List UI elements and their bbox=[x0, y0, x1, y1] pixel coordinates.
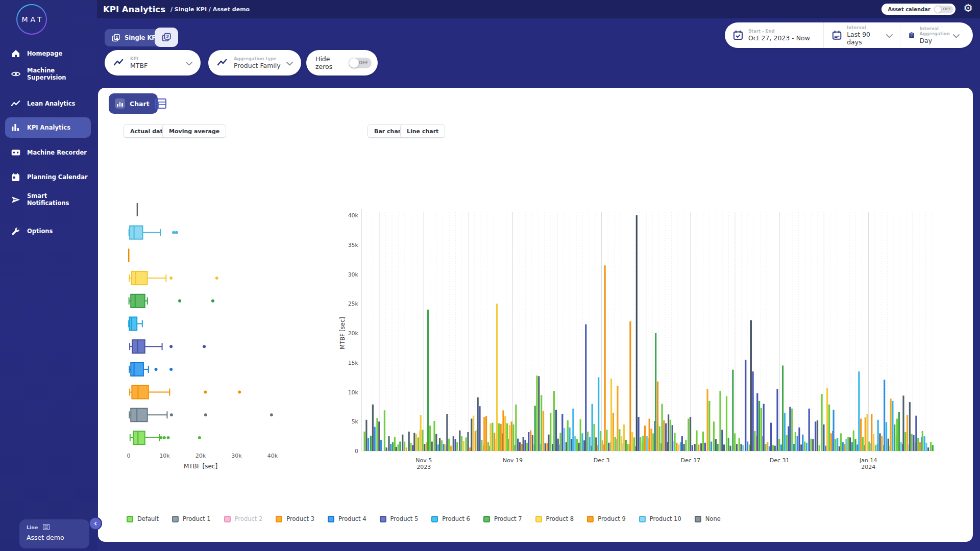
bar-chart-svg: 05k10k15k20k25k30k35k40kMTBF [sec]Nov 52… bbox=[338, 199, 940, 485]
svg-text:2: 2 bbox=[166, 34, 169, 39]
legend-item-p8[interactable]: Product 8 bbox=[535, 515, 574, 522]
kpi-select[interactable]: KPI MTBF bbox=[105, 50, 201, 76]
sidebar-item-homepage[interactable]: Homepage bbox=[0, 45, 97, 62]
legend-label: Product 1 bbox=[183, 515, 211, 522]
aggregation-select[interactable]: Aggregation type Product Family bbox=[208, 50, 301, 76]
legend-label: Default bbox=[137, 515, 159, 522]
svg-text:2023: 2023 bbox=[416, 464, 431, 470]
legend-item-p3[interactable]: Product 3 bbox=[276, 515, 314, 522]
svg-text:15k: 15k bbox=[348, 360, 359, 366]
svg-text:1: 1 bbox=[115, 35, 118, 39]
multi-kpi-pages-icon: 2 bbox=[162, 33, 172, 42]
sidebar-item-options[interactable]: Options bbox=[0, 222, 97, 240]
sidebar-item-label: Machine Recorder bbox=[27, 149, 87, 156]
legend-item-df[interactable]: Default bbox=[127, 515, 159, 522]
sidebar-item-machine-supervision[interactable]: MachineSupervision bbox=[0, 65, 97, 83]
table-view-button[interactable] bbox=[155, 98, 166, 109]
interval-aggregation-select[interactable]: Interval Aggregation Day bbox=[900, 22, 973, 48]
table-icon bbox=[155, 98, 166, 109]
legend-swatch bbox=[172, 516, 179, 522]
chart-type-panel[interactable]: Line Asset demo bbox=[19, 519, 89, 548]
chart-type-label: Line bbox=[27, 524, 38, 530]
legend-swatch bbox=[328, 516, 334, 522]
legend-item-p5[interactable]: Product 5 bbox=[380, 515, 419, 522]
sidebar: MAT HomepageMachineSupervisionLean Analy… bbox=[0, 0, 97, 551]
bar-chart: 05k10k15k20k25k30k35k40kMTBF [sec]Nov 52… bbox=[338, 199, 940, 487]
legend-label: Product 2 bbox=[235, 515, 263, 522]
svg-text:MTBF [sec]: MTBF [sec] bbox=[184, 463, 217, 470]
sidebar-item-label: SmartNotifications bbox=[27, 192, 69, 207]
moving-average-button[interactable]: Moving average bbox=[162, 124, 226, 138]
asset-calendar-toggle[interactable]: Asset calendar OFF bbox=[881, 4, 955, 15]
send-icon bbox=[11, 195, 20, 204]
switch-state-label: OFF bbox=[943, 7, 951, 11]
legend-item-p7[interactable]: Product 7 bbox=[483, 515, 522, 522]
sidebar-item-lean-analytics[interactable]: Lean Analytics bbox=[0, 95, 97, 112]
calendar-icon bbox=[11, 172, 20, 182]
chevron-down-icon bbox=[286, 58, 293, 68]
recorder-icon bbox=[11, 148, 20, 157]
barchart-icon bbox=[11, 123, 20, 132]
chevron-down-icon bbox=[886, 31, 893, 40]
legend-swatch bbox=[276, 516, 282, 522]
app-root: { "app": { "logo": "MAT" }, "sidebar": {… bbox=[0, 0, 980, 551]
boxplot-row-df bbox=[130, 431, 201, 444]
calendar-check-icon bbox=[733, 30, 743, 40]
brand-logo: MAT bbox=[16, 4, 47, 35]
hide-zeros-toggle[interactable]: OFF bbox=[349, 58, 372, 68]
boxplot-row-p10 bbox=[129, 226, 178, 239]
line-chart-label: Line chart bbox=[407, 128, 438, 135]
aggregation-caption: Aggregation type bbox=[234, 56, 281, 61]
date-range-select[interactable]: Start - End Oct 27, 2023 - Now bbox=[725, 22, 823, 48]
legend-label: Product 9 bbox=[598, 515, 626, 522]
eye-icon bbox=[11, 69, 20, 79]
tab-multi-kpi[interactable]: 2 bbox=[155, 28, 178, 47]
sidebar-item-smart-notifications[interactable]: SmartNotifications bbox=[0, 191, 97, 208]
svg-text:40k: 40k bbox=[348, 212, 359, 219]
sidebar-item-planning-calendar[interactable]: Planning Calendar bbox=[0, 168, 97, 186]
interval-select[interactable]: Interval Last 90 days bbox=[823, 22, 900, 48]
legend-item-p6[interactable]: Product 6 bbox=[431, 515, 470, 522]
svg-text:0: 0 bbox=[127, 453, 131, 459]
legend-swatch bbox=[224, 516, 231, 522]
legend-item-p10[interactable]: Product 10 bbox=[639, 515, 681, 522]
legend-swatch bbox=[639, 516, 646, 522]
main-card: Chart Actual data Moving average Bar cha… bbox=[98, 88, 973, 542]
settings-gear-icon[interactable]: ⚙ bbox=[963, 2, 973, 14]
svg-text:10k: 10k bbox=[348, 389, 359, 396]
legend-item-p4[interactable]: Product 4 bbox=[328, 515, 366, 522]
sidebar-collapse-button[interactable]: ‹ bbox=[89, 517, 102, 530]
legend-label: Product 5 bbox=[390, 515, 419, 522]
chart-legend: DefaultProduct 1Product 2Product 3Produc… bbox=[127, 515, 721, 522]
sidebar-item-label: MachineSupervision bbox=[27, 67, 66, 82]
legend-item-p9[interactable]: Product 9 bbox=[587, 515, 626, 522]
asset-calendar-switch[interactable]: OFF bbox=[934, 6, 953, 13]
trend-icon bbox=[217, 59, 229, 66]
legend-label: Product 4 bbox=[338, 515, 366, 522]
toggle-state-label: OFF bbox=[359, 61, 368, 65]
boxplot-svg: 010k20k30k40kMTBF [sec] bbox=[118, 199, 292, 477]
legend-item-p2[interactable]: Product 2 bbox=[224, 515, 263, 522]
legend-swatch bbox=[127, 516, 133, 522]
sidebar-item-machine-recorder[interactable]: Machine Recorder bbox=[0, 144, 97, 161]
legend-item-nn[interactable]: None bbox=[695, 515, 721, 522]
sidebar-item-label: Planning Calendar bbox=[27, 173, 88, 181]
line-chart-button[interactable]: Line chart bbox=[400, 124, 445, 138]
tab-chart[interactable]: Chart bbox=[109, 93, 158, 114]
tab-single-kpi-label: Single KPI bbox=[125, 34, 158, 41]
svg-text:30k: 30k bbox=[231, 453, 242, 459]
sidebar-item-kpi-analytics[interactable]: KPI Analytics bbox=[5, 117, 91, 138]
clipboard-icon bbox=[909, 30, 915, 40]
boxplot-x-axis: 010k20k30k40kMTBF [sec] bbox=[127, 453, 278, 470]
kpi-caption: KPI bbox=[130, 56, 148, 61]
legend-swatch bbox=[587, 516, 594, 522]
legend-item-p1[interactable]: Product 1 bbox=[172, 515, 211, 522]
svg-text:Nov 19: Nov 19 bbox=[503, 457, 523, 464]
legend-swatch bbox=[535, 516, 542, 522]
chart-bars-icon bbox=[115, 98, 125, 109]
boxplot-row-p1 bbox=[129, 408, 273, 421]
interval-aggregation-caption: Interval Aggregation bbox=[919, 26, 953, 36]
svg-text:10k: 10k bbox=[159, 453, 170, 459]
svg-text:Nov 5: Nov 5 bbox=[415, 457, 432, 464]
date-range-caption: Start - End bbox=[748, 29, 810, 34]
